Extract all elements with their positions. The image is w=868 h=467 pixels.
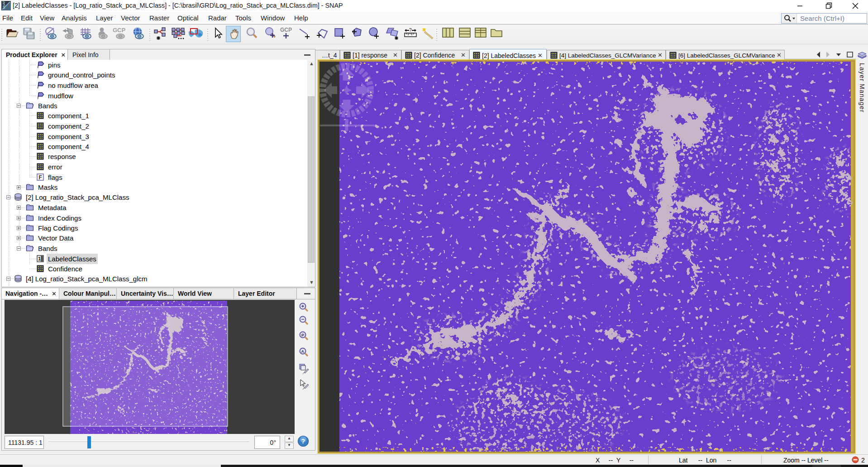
svg-text:?: ? (301, 438, 305, 445)
svg-text:GCP: GCP (113, 27, 126, 34)
svg-text:?: ? (409, 28, 412, 33)
svg-text:GCP: GCP (280, 27, 292, 33)
svg-text:A: A (301, 349, 305, 354)
svg-text:SNAP: SNAP (2, 1, 5, 9)
svg-text:P: P (301, 333, 304, 337)
